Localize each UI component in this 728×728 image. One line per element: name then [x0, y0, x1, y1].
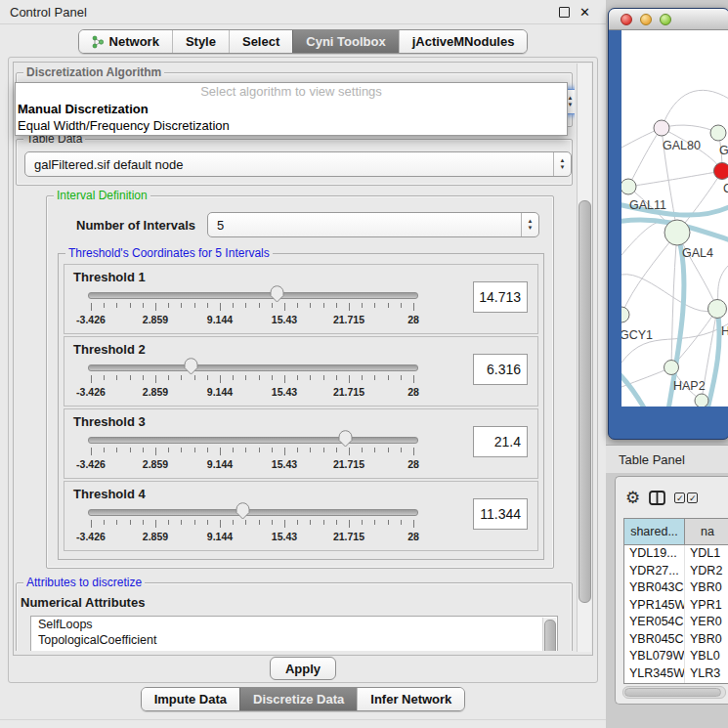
tab-discretize-data[interactable]: Discretize Data [239, 688, 357, 710]
dropdown-option-manual-discretization[interactable]: Manual Discretization [16, 101, 567, 117]
table-panel-titlebar: Table Panel [606, 445, 728, 473]
zoom-window-icon[interactable] [660, 14, 671, 25]
threshold-value-field[interactable]: 21.4 [473, 426, 528, 457]
table-data-combobox[interactable]: galFiltered.sif default node ▲▼ [24, 151, 572, 177]
minimize-window-icon[interactable] [640, 14, 652, 25]
list-item[interactable]: TopologicalCoefficient [31, 632, 557, 648]
dropdown-hint: Select algorithm to view settings [16, 83, 567, 101]
slider-track[interactable] [88, 364, 418, 371]
scrollbar-thumb[interactable] [544, 620, 556, 651]
table-cell: YBR0 [685, 579, 728, 597]
node-gcy1[interactable] [621, 307, 629, 322]
gear-icon[interactable]: ⚙ [625, 490, 640, 506]
table-cell: YLR345W [624, 665, 685, 683]
divider [0, 719, 606, 720]
table-cell: YDL1 [685, 545, 728, 563]
slider-thumb[interactable] [270, 285, 284, 303]
combo-value: galFiltered.sif default node [25, 157, 553, 172]
tab-label: Cyni Toolbox [306, 34, 385, 49]
tab-label: Discretize Data [253, 692, 344, 707]
attributes-list[interactable]: SelfLoopsTopologicalCoefficientBetweenne… [30, 616, 558, 651]
node-label: GA [719, 144, 728, 157]
threshold-value-field[interactable]: 11.344 [473, 498, 528, 530]
close-window-icon[interactable] [621, 14, 632, 25]
threshold-1-panel: Threshold 1 -3.4262.8599.14415.4321.7152… [64, 264, 538, 334]
threshold-4-slider[interactable]: -3.4262.8599.14415.4321.71528 [88, 505, 420, 544]
list-item[interactable]: SelfLoops [31, 617, 557, 632]
tab-infer-network[interactable]: Infer Network [357, 688, 464, 710]
checkbox-icon[interactable]: ✓ [687, 492, 698, 503]
node-hap2[interactable] [664, 361, 679, 375]
node-top-right[interactable] [710, 125, 726, 141]
network-view-window[interactable]: GAL80 GA C GAL11 GAL4 GCY1 H HAP2 [608, 8, 728, 440]
tab-select[interactable]: Select [229, 30, 292, 53]
column-header-name[interactable]: na [685, 519, 728, 544]
table-row[interactable]: YDR27...YDR2 [624, 563, 728, 580]
threshold-value-field[interactable]: 6.316 [473, 354, 528, 385]
node-label: HAP2 [673, 379, 706, 393]
slider-ticks [88, 375, 416, 384]
close-icon[interactable]: ✕ [579, 6, 590, 19]
slider-ticks [88, 448, 416, 456]
table-row[interactable]: YBR045CYBR0 [624, 631, 728, 649]
table-row[interactable]: YPR145WYPR1 [624, 597, 728, 615]
threshold-2-slider[interactable]: -3.4262.8599.14415.4321.71528 [88, 361, 420, 400]
table-row[interactable]: YLR345WYLR3 [624, 665, 728, 683]
tab-impute-data[interactable]: Impute Data [142, 688, 239, 710]
table-horizontal-scrollbar[interactable] [622, 686, 726, 699]
table-row[interactable]: YER054CYER0 [624, 614, 728, 631]
node-gal11[interactable] [621, 179, 636, 194]
thresholds-group: Threshold's Coordinates for 5 Intervals … [58, 253, 544, 560]
node-gal4[interactable] [664, 220, 690, 245]
dropdown-option-equal-width-frequency[interactable]: Equal Width/Frequency Discretization [16, 117, 567, 134]
node-red[interactable] [714, 163, 728, 180]
float-window-icon[interactable] [559, 7, 570, 18]
node-gal80[interactable] [654, 120, 669, 136]
slider-thumb[interactable] [184, 358, 198, 375]
checkbox-icon[interactable]: ✓ [674, 492, 685, 503]
network-icon [92, 35, 105, 49]
table-cell: YDR27... [624, 563, 685, 580]
panel-title: Control Panel [0, 5, 87, 20]
threshold-1-slider[interactable]: -3.4262.8599.14415.4321.71528 [88, 288, 420, 327]
tab-label: jActiveMNodules [412, 34, 515, 49]
stepper-icon[interactable]: ▲▼ [521, 213, 538, 236]
network-canvas[interactable]: GAL80 GA C GAL11 GAL4 GCY1 H HAP2 [621, 30, 728, 407]
number-of-intervals-combobox[interactable]: 5 ▲▼ [207, 212, 539, 237]
table-row[interactable]: YIL052CYIL0 [624, 682, 728, 684]
tab-label: Select [242, 34, 279, 49]
tab-label: Impute Data [154, 692, 227, 707]
slider-thumb[interactable] [338, 430, 353, 448]
slider-track[interactable] [88, 509, 418, 516]
tab-style[interactable]: Style [172, 30, 229, 53]
tab-network[interactable]: Network [79, 30, 172, 53]
threshold-value-field[interactable]: 14.713 [473, 281, 528, 313]
threshold-3-slider[interactable]: -3.4262.8599.14415.4321.71528 [88, 433, 420, 472]
tab-jactivemnodules[interactable]: jActiveMNodules [399, 30, 528, 53]
stepper-icon[interactable]: ▲▼ [553, 152, 571, 176]
apply-button[interactable]: Apply [270, 657, 336, 680]
table-row[interactable]: YDL19...YDL1 [624, 545, 728, 563]
column-header-shared-name[interactable]: shared... [624, 519, 685, 544]
settings-scrollpane: Discretization Algorithm ▲▼ Table Data g… [13, 62, 593, 656]
algorithm-dropdown-popup: Select algorithm to view settings Manual… [15, 82, 568, 136]
tab-cyni-toolbox[interactable]: Cyni Toolbox [292, 30, 398, 53]
table-cell: YBR043C [624, 579, 685, 597]
table-row[interactable]: YBR043CYBR0 [624, 579, 728, 597]
scrollbar-thumb[interactable] [578, 200, 591, 603]
slider-thumb[interactable] [236, 502, 250, 520]
node-bottom-partial[interactable] [695, 394, 708, 407]
panel-scrollbar[interactable] [577, 64, 591, 652]
network-window-titlebar[interactable] [609, 9, 728, 30]
slider-track[interactable] [88, 292, 418, 299]
list-item[interactable]: BetweennessCentrality [31, 648, 557, 651]
node-h[interactable] [708, 300, 727, 319]
attributes-group: Attributes to discretize Numerical Attri… [16, 582, 573, 651]
list-scrollbar[interactable] [542, 618, 556, 651]
split-columns-icon[interactable] [649, 491, 665, 505]
table-row[interactable]: YBL079WYBL0 [624, 648, 728, 665]
node-attribute-table[interactable]: shared... na YDL19...YDL1YDR27...YDR2YBR… [623, 518, 728, 684]
slider-track[interactable] [88, 437, 418, 444]
interval-definition-group: Interval Definition Number of Intervals … [46, 195, 554, 569]
scrollbar-thumb[interactable] [624, 688, 721, 697]
